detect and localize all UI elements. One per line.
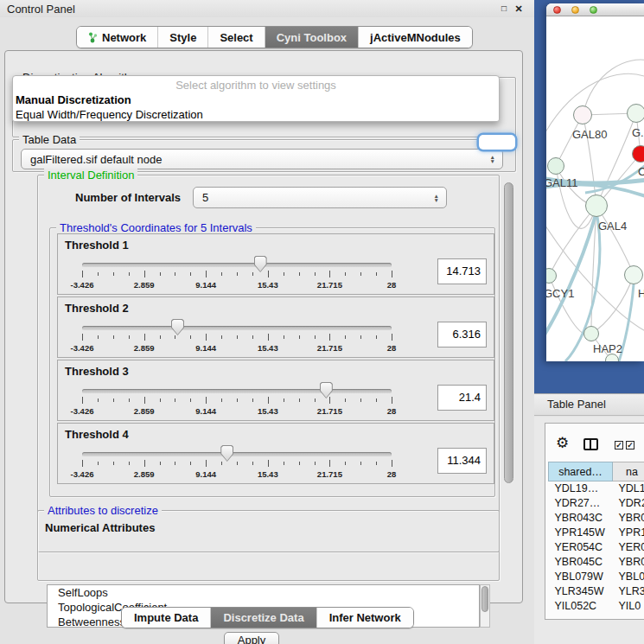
network-node[interactable] (573, 105, 592, 124)
attributes-list-scrollbar[interactable] (480, 584, 490, 628)
cell-shared-name[interactable]: YER054C (549, 540, 613, 555)
tick-label: 28 (366, 280, 418, 290)
slider-track[interactable] (82, 326, 392, 330)
attribute-list-item[interactable]: SelfLoops (48, 585, 479, 600)
vertical-scrollbar[interactable] (504, 182, 513, 483)
tick-mark (315, 335, 316, 339)
algorithm-option[interactable]: Manual Discretization (16, 93, 496, 108)
tab-impute-data[interactable]: Impute Data (122, 608, 211, 628)
checkbox-icon[interactable]: ✓ (626, 441, 634, 450)
algorithm-option[interactable]: Equal Width/Frequency Discretization (16, 108, 496, 123)
cell-shared-name[interactable]: YIL052C (549, 599, 613, 614)
tab-discretize-data[interactable]: Discretize Data (211, 608, 316, 628)
table-row[interactable]: YBL079WYBL0 (549, 570, 644, 584)
cell-name[interactable]: YER0 (613, 540, 644, 555)
attributes-scrollbar-thumb[interactable] (481, 586, 488, 612)
tab-infer-network[interactable]: Infer Network (317, 608, 413, 628)
cell-shared-name[interactable]: YDL19… (549, 481, 613, 496)
table-row[interactable]: YIL052CYIL0 (549, 599, 644, 614)
slider-track[interactable] (82, 263, 392, 267)
cell-name[interactable]: YPR1 (613, 526, 644, 540)
table-row[interactable]: YPR145WYPR1 (549, 526, 644, 540)
num-intervals-select[interactable]: 5 ▲▼ (193, 187, 447, 208)
column-header-shared-name[interactable]: shared… (549, 462, 613, 481)
threshold-slider[interactable]: -3.4262.8599.14415.4321.71528 (82, 318, 392, 354)
close-traffic-light-icon[interactable] (553, 6, 561, 14)
tick-mark (160, 335, 161, 339)
threshold-label: Threshold 4 (65, 428, 129, 441)
zoom-traffic-light-icon[interactable] (590, 6, 597, 14)
cell-shared-name[interactable]: YPR145W (549, 526, 613, 540)
network-node[interactable] (585, 194, 608, 217)
tick-mark (345, 272, 346, 276)
tick-mark (376, 335, 377, 339)
tab-cyni-toolbox[interactable]: Cyni Toolbox (265, 27, 359, 48)
network-node[interactable] (583, 326, 599, 341)
cell-name[interactable]: YDL1 (613, 481, 644, 496)
threshold-slider[interactable]: -3.4262.8599.14415.4321.71528 (82, 444, 392, 481)
table-row[interactable]: YER054CYER0 (549, 540, 644, 555)
node-label: GAL80 (572, 128, 607, 141)
threshold-value-field[interactable]: 11.344 (437, 448, 487, 474)
network-view-window[interactable]: GAL80G.CGAL11GAL4GCY1HHAP2 (546, 3, 644, 361)
table-data-select[interactable]: galFiltered.sif default node ▲▼ (21, 149, 503, 169)
slider-track[interactable] (82, 452, 392, 456)
column-header-name[interactable]: na (613, 462, 644, 481)
spinner-arrows-icon: ▲▼ (490, 150, 495, 169)
checkbox-icon[interactable]: ✓ (615, 441, 623, 450)
table-row[interactable]: YBR045CYBR0 (549, 555, 644, 570)
split-columns-icon[interactable] (583, 438, 598, 450)
cell-shared-name[interactable]: YLR345W (549, 584, 613, 599)
network-node[interactable] (624, 265, 643, 284)
tick-mark (221, 399, 222, 402)
threshold-slider[interactable]: -3.4262.8599.14415.4321.71528 (82, 381, 392, 418)
tab-select[interactable]: Select (208, 27, 265, 48)
cell-name[interactable]: YLR3 (613, 584, 644, 599)
cell-name[interactable]: YBR0 (613, 511, 644, 526)
network-window-titlebar[interactable] (546, 3, 644, 16)
table-row[interactable]: YDR27…YDR2 (549, 496, 644, 511)
apply-button[interactable]: Apply (224, 632, 279, 644)
cell-name[interactable]: YIL0 (613, 599, 644, 614)
group-title-interval-definition: Interval Definition (44, 169, 137, 182)
network-node[interactable] (605, 354, 619, 361)
threshold-slider[interactable]: -3.4262.8599.14415.4321.71528 (82, 255, 392, 291)
tab-style[interactable]: Style (158, 27, 208, 48)
cell-shared-name[interactable]: YBL079W (549, 570, 613, 584)
tab-jactivemnodules[interactable]: jActiveMNodules (359, 27, 472, 48)
slider-ticks (82, 271, 392, 279)
network-node[interactable] (632, 145, 644, 163)
cell-name[interactable]: YBL0 (613, 570, 644, 584)
network-node[interactable] (627, 104, 644, 123)
threshold-panel: Threshold 1-3.4262.8599.14415.4321.71528… (57, 233, 494, 295)
cell-shared-name[interactable]: YBR045C (549, 555, 613, 570)
tick-mark (237, 462, 238, 465)
cell-name[interactable]: YDR2 (613, 496, 644, 511)
table-panel-title: Table Panel (547, 398, 606, 411)
cell-name[interactable]: YBR0 (613, 555, 644, 570)
tab-network[interactable]: Network (77, 27, 158, 48)
cell-shared-name[interactable]: YBR043C (549, 511, 613, 526)
table-row[interactable]: YBR043CYBR0 (549, 511, 644, 526)
cell-shared-name[interactable]: YDR27… (549, 496, 613, 511)
tick-mark (252, 272, 253, 276)
control-panel-titlebar: Control Panel □ ✕ (0, 0, 534, 17)
float-window-icon[interactable]: □ (498, 3, 510, 15)
table-row[interactable]: YLR345WYLR3 (549, 584, 644, 599)
tick-mark (299, 462, 300, 465)
network-canvas[interactable]: GAL80G.CGAL11GAL4GCY1HHAP2 (546, 17, 644, 361)
table-row[interactable]: YDL19…YDL1 (549, 481, 644, 496)
threshold-value-field[interactable]: 6.316 (437, 322, 487, 348)
threshold-value-field[interactable]: 14.713 (437, 258, 487, 284)
tick-label: 9.144 (180, 280, 232, 290)
tick-mark (144, 334, 145, 341)
minimize-traffic-light-icon[interactable] (571, 6, 579, 14)
threshold-value-field[interactable]: 21.4 (437, 385, 487, 411)
algorithm-select-focus-ring[interactable] (479, 135, 515, 150)
network-node[interactable] (547, 157, 564, 175)
slider-track[interactable] (82, 389, 392, 393)
close-icon[interactable]: ✕ (513, 3, 525, 15)
tab-label: Infer Network (329, 611, 401, 624)
tick-mark (113, 399, 114, 402)
gear-icon[interactable]: ⚙ (556, 436, 569, 450)
